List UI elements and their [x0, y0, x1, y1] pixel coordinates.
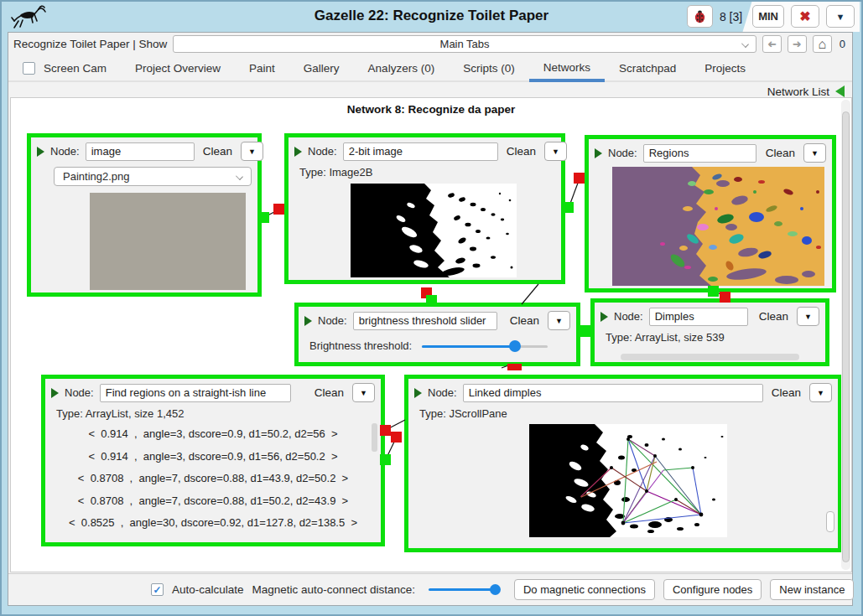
- run-node-icon[interactable]: [37, 147, 44, 157]
- network-title: Network 8: Recognize da paper: [11, 103, 851, 116]
- node-image[interactable]: Node: Clean ▼ Painting2.png: [27, 133, 262, 297]
- node-header: Node: Clean ▼: [589, 139, 832, 165]
- back-button[interactable]: ➜: [762, 35, 782, 53]
- tab-label: Paint: [249, 62, 275, 75]
- connector-input[interactable]: [380, 425, 391, 436]
- connector-output[interactable]: [580, 325, 591, 337]
- window-menu-button[interactable]: ▼: [826, 5, 855, 28]
- tab-screen-cam[interactable]: Screen Cam: [8, 55, 121, 80]
- node-header: Node: Clean ▼: [595, 303, 825, 329]
- node-2bit-image[interactable]: Node: Clean ▼ Type: Image2B: [284, 133, 565, 284]
- tab-analyzers[interactable]: Analyzers (0): [354, 55, 450, 80]
- dropdown-icon: ▼: [836, 12, 845, 22]
- connector-output[interactable]: [258, 212, 269, 223]
- list-item[interactable]: < 0.8525 , angle=30, dscore=0.92, d1=127…: [45, 512, 381, 535]
- clean-button[interactable]: Clean: [769, 385, 803, 401]
- screen-cam-checkbox[interactable]: [23, 62, 35, 75]
- connector-output[interactable]: [563, 202, 574, 213]
- node-menu-button[interactable]: ▼: [803, 143, 826, 163]
- list-item[interactable]: < 0.8708 , angle=7, dscore=0.88, d1=50.2…: [45, 490, 381, 513]
- node-name-input[interactable]: [463, 384, 763, 402]
- clean-button[interactable]: Clean: [507, 313, 542, 329]
- node-regions[interactable]: Node: Clean ▼: [585, 135, 836, 292]
- run-node-icon[interactable]: [595, 148, 602, 158]
- tab-scripts[interactable]: Scripts (0): [449, 55, 529, 80]
- tab-project-overview[interactable]: Project Overview: [121, 55, 235, 80]
- list-item[interactable]: < 0.8708 , angle=7, dscore=0.88, d1=43.9…: [45, 468, 381, 490]
- regions-image-preview: [612, 167, 824, 286]
- slider-thumb[interactable]: [509, 340, 521, 352]
- preview-scrollbar-thumb[interactable]: [826, 511, 834, 532]
- do-magnetic-connections-button[interactable]: Do magnetic connections: [514, 579, 655, 600]
- run-node-icon[interactable]: [294, 147, 302, 157]
- close-button[interactable]: ✖: [791, 5, 819, 28]
- node-name-input[interactable]: [643, 144, 756, 163]
- node-label: Node:: [608, 147, 637, 159]
- configure-nodes-button[interactable]: Configure nodes: [663, 579, 762, 600]
- run-node-icon[interactable]: [304, 316, 312, 326]
- image-source-select[interactable]: Painting2.png: [54, 167, 252, 186]
- run-node-icon[interactable]: [414, 388, 422, 398]
- clean-button[interactable]: Clean: [763, 145, 798, 161]
- tab-gallery[interactable]: Gallery: [289, 55, 354, 80]
- auto-calc-checkbox[interactable]: ✓: [151, 583, 164, 596]
- node-menu-button[interactable]: ▼: [352, 383, 375, 402]
- connector-output[interactable]: [426, 295, 437, 306]
- node-menu-button[interactable]: ▼: [809, 383, 832, 402]
- magnetic-distance-slider[interactable]: [429, 584, 501, 595]
- slider-thumb[interactable]: [490, 584, 501, 595]
- canvas-scrollbar[interactable]: [841, 100, 850, 570]
- dropdown-icon: ▼: [248, 148, 256, 156]
- node-label: Node:: [50, 145, 80, 158]
- tab-projects[interactable]: Projects: [690, 55, 760, 80]
- clean-button[interactable]: Clean: [504, 143, 538, 159]
- home-button[interactable]: ⌂: [813, 35, 832, 53]
- node-linked-dimples[interactable]: Node: Clean ▼ Type: JScrollPane: [404, 375, 842, 552]
- node-menu-button[interactable]: ▼: [548, 311, 570, 330]
- main-tabs-combo[interactable]: Main Tabs: [173, 35, 756, 53]
- region-match-list[interactable]: < 0.914 , angle=3, dscore=0.9, d1=50.2, …: [45, 423, 381, 535]
- clean-button[interactable]: Clean: [200, 143, 235, 159]
- clean-button[interactable]: Clean: [756, 308, 791, 324]
- connector-input[interactable]: [720, 292, 730, 303]
- node-name-input[interactable]: [353, 312, 497, 330]
- run-node-icon[interactable]: [600, 312, 608, 322]
- connector-output[interactable]: [708, 286, 719, 297]
- list-item[interactable]: < 0.914 , angle=3, dscore=0.9, d1=50.2, …: [45, 423, 381, 446]
- node-menu-button[interactable]: ▼: [544, 142, 567, 161]
- brightness-slider[interactable]: [422, 340, 548, 352]
- dropdown-icon: ▼: [360, 389, 367, 397]
- toolbar: Recognize Toilet Paper | Show Main Tabs …: [8, 34, 852, 54]
- node-menu-button[interactable]: ▼: [797, 307, 819, 326]
- bug-button[interactable]: [687, 5, 713, 28]
- clean-button[interactable]: Clean: [312, 385, 346, 401]
- node-find-regions[interactable]: Node: Clean ▼ Type: ArrayList, size 1,45…: [41, 375, 385, 546]
- list-scrollbar-thumb[interactable]: [372, 423, 377, 452]
- tab-paint[interactable]: Paint: [235, 55, 289, 80]
- forward-button[interactable]: ➜: [788, 35, 807, 53]
- connector-input[interactable]: [574, 173, 585, 184]
- connector-input[interactable]: [391, 432, 402, 443]
- list-item[interactable]: < 0.914 , angle=3, dscore=0.9, d1=56, d2…: [45, 446, 381, 468]
- node-name-input[interactable]: [649, 308, 748, 326]
- back-icon: ➜: [767, 39, 777, 49]
- minimize-button[interactable]: MIN: [752, 5, 784, 28]
- canvas-scrollbar-thumb[interactable]: [842, 111, 850, 562]
- connector-input[interactable]: [273, 204, 284, 215]
- tab-scratchpad[interactable]: Scratchpad: [605, 55, 690, 80]
- node-menu-button[interactable]: ▼: [241, 142, 263, 161]
- node-dimples[interactable]: Node: Clean ▼ Type: ArrayList, size 539: [590, 298, 829, 366]
- node-name-input[interactable]: [343, 142, 498, 161]
- node-label: Node:: [614, 310, 643, 323]
- node-threshold-slider[interactable]: Node: Clean ▼ Brightness threshold:: [294, 303, 580, 366]
- connector-output[interactable]: [380, 454, 391, 465]
- tab-bar: Screen Cam Project Overview Paint Galler…: [8, 55, 852, 82]
- node-name-input[interactable]: [100, 384, 291, 402]
- tab-networks[interactable]: Networks: [529, 55, 605, 82]
- node-name-input[interactable]: [86, 142, 195, 161]
- run-node-icon[interactable]: [51, 388, 59, 398]
- left-triangle-icon: [835, 85, 845, 97]
- network-canvas[interactable]: Network 8: Recognize da paper Node: Clea…: [10, 97, 852, 572]
- connector-input[interactable]: [507, 364, 522, 370]
- new-instance-button[interactable]: New instance: [770, 579, 854, 600]
